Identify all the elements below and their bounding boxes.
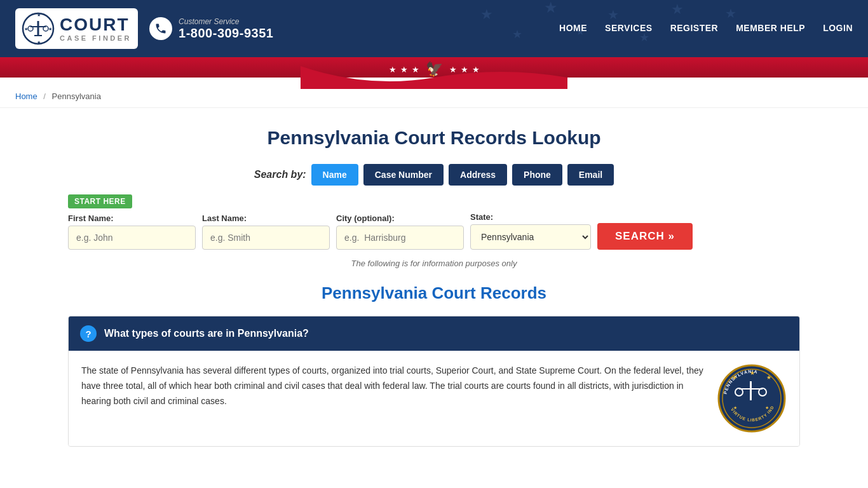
svg-rect-14 [37, 21, 39, 36]
nav-member-help[interactable]: MEMBER HELP [736, 23, 805, 34]
search-by-label: Search by: [254, 169, 306, 180]
svg-text:★: ★ [671, 1, 684, 17]
tab-email[interactable]: Email [567, 164, 614, 186]
pennsylvania-seal-icon: PENNSYLVANIA ★ ★ ★ VIRTUE LIBERTY INDEPE… [717, 363, 787, 433]
start-here-badge: START HERE [68, 194, 132, 208]
banner-stars-left: ★ ★ ★ [389, 65, 419, 74]
tab-phone[interactable]: Phone [512, 164, 562, 186]
accordion-question: What types of courts are in Pennsylvania… [104, 328, 309, 339]
city-input[interactable] [336, 226, 464, 250]
state-select[interactable]: Pennsylvania Alabama Alaska Arizona Cali… [470, 224, 591, 250]
svg-text:★: ★ [750, 370, 755, 376]
last-name-input[interactable] [202, 226, 330, 250]
svg-text:★: ★ [765, 405, 769, 410]
svg-text:★: ★ [733, 405, 737, 410]
site-header: ★ ★ ★ ★ ★ ★ ★ ★ ★ ★ ★ ★ ★ [0, 0, 868, 57]
cs-text: Customer Service 1-800-309-9351 [179, 17, 273, 41]
first-name-input[interactable] [68, 226, 196, 250]
nav-home[interactable]: HOME [559, 23, 587, 34]
customer-service: Customer Service 1-800-309-9351 [149, 17, 273, 41]
svg-text:★: ★ [732, 374, 737, 381]
city-group: City (optional): [336, 214, 464, 250]
tab-case-number[interactable]: Case Number [363, 164, 444, 186]
breadcrumb-home[interactable]: Home [15, 92, 37, 101]
section-title: Pennsylvania Court Records [68, 283, 800, 303]
first-name-group: First Name: [68, 214, 196, 250]
svg-text:★: ★ [544, 0, 558, 16]
nav-services[interactable]: SERVICES [605, 23, 653, 34]
cs-phone-number: 1-800-309-9351 [179, 26, 273, 41]
svg-text:★: ★ [37, 40, 41, 44]
banner-stars-right: ★ ★ ★ [449, 65, 480, 74]
logo-court-label: COURT [60, 16, 132, 34]
breadcrumb-separator: / [43, 92, 46, 101]
main-content: Pennsylvania Court Records Lookup Search… [53, 108, 815, 466]
question-icon: ? [80, 325, 97, 342]
eagle-icon: 🦅 [426, 61, 443, 78]
state-group: State: Pennsylvania Alabama Alaska Arizo… [470, 212, 591, 250]
svg-text:★: ★ [37, 13, 41, 17]
svg-text:★: ★ [607, 8, 619, 22]
logo-emblem-icon: ★ ★ ★ ★ [22, 12, 55, 45]
cs-label: Customer Service [179, 17, 273, 26]
main-nav: HOME SERVICES REGISTER MEMBER HELP LOGIN [559, 23, 853, 34]
search-form: First Name: Last Name: City (optional): … [68, 212, 800, 250]
header-left: ★ ★ ★ ★ COURT CASE FINDER [15, 8, 273, 49]
phone-icon [149, 17, 172, 40]
breadcrumb-current: Pennsylvania [52, 92, 101, 101]
logo[interactable]: ★ ★ ★ ★ COURT CASE FINDER [15, 8, 138, 49]
search-by-row: Search by: Name Case Number Address Phon… [68, 164, 800, 186]
logo-tagline-label: CASE FINDER [60, 35, 132, 42]
svg-text:★: ★ [24, 27, 28, 31]
last-name-group: Last Name: [202, 214, 330, 250]
svg-text:★: ★ [512, 28, 522, 41]
logo-text: COURT CASE FINDER [60, 16, 132, 42]
svg-text:★: ★ [766, 374, 771, 381]
first-name-label: First Name: [68, 214, 196, 223]
page-title: Pennsylvania Court Records Lookup [68, 127, 800, 149]
tab-address[interactable]: Address [449, 164, 507, 186]
svg-text:★: ★ [725, 6, 736, 20]
faq-accordion: ? What types of courts are in Pennsylvan… [68, 316, 800, 447]
svg-text:★: ★ [480, 6, 493, 22]
nav-register[interactable]: REGISTER [670, 23, 719, 34]
search-button[interactable]: SEARCH » [597, 223, 693, 250]
state-label: State: [470, 212, 591, 222]
svg-text:★: ★ [48, 27, 52, 31]
accordion-answer: The state of Pennsylvania has several di… [81, 363, 704, 433]
accordion-body: The state of Pennsylvania has several di… [69, 351, 799, 446]
svg-rect-22 [750, 381, 752, 400]
info-note: The following is for information purpose… [68, 259, 800, 268]
banner-eagle-area: ★ ★ ★ 🦅 ★ ★ ★ [389, 57, 480, 78]
city-label: City (optional): [336, 214, 464, 223]
last-name-label: Last Name: [202, 214, 330, 223]
banner: ★ ★ ★ 🦅 ★ ★ ★ [0, 57, 868, 78]
nav-login[interactable]: LOGIN [823, 23, 853, 34]
accordion-header[interactable]: ? What types of courts are in Pennsylvan… [69, 316, 799, 351]
tab-name[interactable]: Name [311, 164, 358, 186]
